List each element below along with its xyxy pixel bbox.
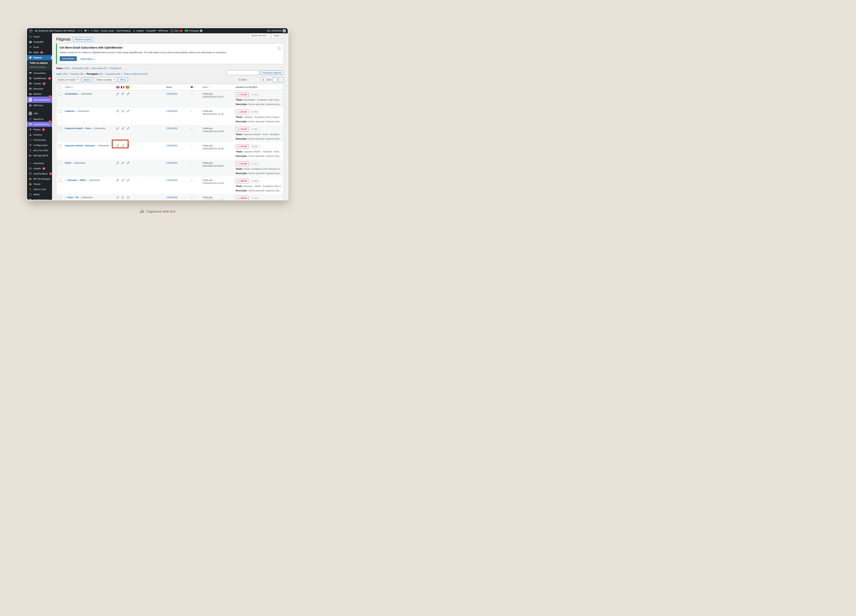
- page-title-link[interactable]: — Paris · FR: [65, 196, 79, 198]
- adminbar-seo[interactable]: ⚙ SEO !: [170, 29, 182, 32]
- translation-edit-icon[interactable]: [116, 161, 119, 164]
- translation-edit-icon[interactable]: [126, 127, 129, 130]
- adminbar-language[interactable]: Português ?: [185, 29, 202, 32]
- translation-edit-icon[interactable]: [116, 92, 119, 95]
- page-title-link[interactable]: Capoeira Infantil – Paris: [65, 127, 91, 129]
- dates-select[interactable]: Todas as datas: [94, 77, 116, 82]
- aioseo-na-badge[interactable]: ⚙N/A: [250, 92, 260, 97]
- translation-sync-icon[interactable]: [126, 144, 129, 147]
- page-title-link[interactable]: CECA: [65, 161, 71, 164]
- aioseo-na-badge[interactable]: ⚙N/A: [250, 161, 260, 166]
- author-link[interactable]: CEDANZE: [166, 92, 177, 95]
- filter-rascunhos[interactable]: Rascunhos (2): [92, 67, 107, 69]
- sidebar-item-comentarios[interactable]: Comentários: [27, 71, 52, 76]
- translation-sync-icon[interactable]: [122, 144, 125, 147]
- apply-button[interactable]: Aplicar: [82, 77, 93, 82]
- aioseo-score-badge[interactable]: 31/100: [236, 127, 249, 132]
- comments-column-header[interactable]: ▲▼: [189, 86, 201, 89]
- adminbar-oceanwp[interactable]: OceanWP: [146, 29, 156, 32]
- sidebar-item-aparencia[interactable]: Aparência: [27, 117, 52, 122]
- author-link[interactable]: CEDANZE: [166, 127, 177, 129]
- last-page-button[interactable]: »: [279, 77, 284, 82]
- row-checkbox[interactable]: [58, 161, 61, 164]
- aioseo-na-badge[interactable]: ⚙N/A: [250, 144, 260, 149]
- filter-portugues[interactable]: Português (31): [86, 73, 103, 75]
- sidebar-collapse-menu[interactable]: Recolher menu: [27, 197, 52, 200]
- current-page-input[interactable]: 1: [261, 77, 266, 82]
- adminbar-new[interactable]: + Novo: [91, 29, 99, 32]
- translation-edit-icon[interactable]: [122, 161, 125, 164]
- aioseo-score-badge[interactable]: 31/100: [236, 144, 249, 149]
- aioseo-na-badge[interactable]: ⚙N/A: [250, 110, 260, 114]
- adminbar-updates[interactable]: 1: [77, 29, 82, 32]
- sort-by-title[interactable]: Título: [65, 86, 71, 88]
- filter-todos[interactable]: Todos (134): [56, 67, 69, 69]
- filter-button[interactable]: Filtrar: [118, 77, 128, 82]
- dismiss-banner-icon[interactable]: ✕: [278, 46, 281, 50]
- sidebar-item-wp-mail-smtp[interactable]: WP Mail SMTP: [27, 153, 52, 158]
- translation-edit-icon[interactable]: [126, 179, 129, 182]
- bulk-actions-select[interactable]: Ações em massa: [56, 77, 80, 82]
- sort-by-date[interactable]: Data: [203, 86, 207, 88]
- translation-edit-icon[interactable]: [122, 127, 125, 130]
- sidebar-item-userfeedback[interactable]: UserFeedback 2: [27, 171, 52, 176]
- sidebar-item-optinmonster[interactable]: OptinMonster 2: [27, 76, 52, 81]
- sidebar-item-essential-blocks[interactable]: EB Essential Blocks 1: [27, 122, 52, 127]
- filter-espanhol[interactable]: Espanhol (34): [106, 73, 120, 75]
- select-all-checkbox[interactable]: [58, 86, 61, 89]
- author-link[interactable]: CEDANZE: [166, 110, 177, 112]
- author-link[interactable]: CEDANZE: [166, 161, 177, 164]
- page-title-link[interactable]: Cadastro: [65, 110, 75, 112]
- sidebar-item-essential-addons[interactable]: EA Essential Addons 1: [27, 97, 52, 103]
- help-button[interactable]: Ajuda ▼: [272, 33, 284, 38]
- search-input[interactable]: [226, 70, 259, 75]
- translation-edit-icon[interactable]: [116, 179, 119, 182]
- translation-sync-icon[interactable]: [116, 144, 119, 147]
- sidebar-item-posts[interactable]: Posts: [27, 45, 52, 50]
- author-link[interactable]: CEDANZE: [166, 196, 177, 198]
- filter-ingles[interactable]: Inglês (34): [56, 73, 67, 75]
- sidebar-item-wp-file-manager[interactable]: WP File Manager: [27, 176, 52, 181]
- author-link[interactable]: CEDANZE: [166, 179, 177, 181]
- aioseo-score-badge[interactable]: 23/100: [236, 161, 249, 166]
- sidebar-item-toolset[interactable]: Toolset: [27, 181, 52, 187]
- sidebar-item-insights[interactable]: Insights 5: [27, 166, 52, 171]
- sidebar-item-modelos[interactable]: Modelos: [27, 91, 52, 97]
- sidebar-item-plugins[interactable]: Plugins 1: [27, 127, 52, 132]
- sidebar-item-usuarios[interactable]: Usuários: [27, 132, 52, 137]
- translation-edit-icon[interactable]: [126, 92, 129, 95]
- translation-edit-icon[interactable]: [126, 110, 129, 113]
- translation-edit-icon[interactable]: [122, 110, 125, 113]
- sidebar-item-painel[interactable]: Painel: [27, 34, 52, 39]
- filter-publicado[interactable]: Publicado (128): [72, 67, 88, 69]
- aioseo-score-badge[interactable]: 28/100: [236, 196, 249, 200]
- search-pages-button[interactable]: Pesquisar páginas: [260, 71, 284, 75]
- sidebar-item-gutenberg[interactable]: ✎ Gutenberg: [27, 161, 52, 166]
- aioseo-na-badge[interactable]: ⚙N/A: [250, 196, 260, 200]
- sidebar-item-oceanwp[interactable]: OceanWP: [27, 39, 52, 45]
- aioseo-score-badge[interactable]: 23/100: [236, 92, 249, 97]
- adminbar-comments[interactable]: 0: [84, 29, 89, 32]
- translation-sync-icon[interactable]: [122, 196, 125, 199]
- aioseo-na-badge[interactable]: ⚙N/A: [250, 179, 260, 183]
- learn-more-link[interactable]: Learn More →: [80, 57, 95, 60]
- submenu-add-page[interactable]: Adicionar página: [27, 65, 52, 69]
- sidebar-item-elementor[interactable]: Elementor: [27, 86, 52, 91]
- sidebar-item-aioseo[interactable]: ⚙ All in One SEO: [27, 148, 52, 153]
- wordpress-logo-icon[interactable]: W: [29, 29, 32, 32]
- sidebar-item-click-to-chat[interactable]: ✆ Click to Chat: [27, 187, 52, 192]
- translation-edit-icon[interactable]: [126, 161, 129, 164]
- sidebar-item-wpforms[interactable]: WPForms: [27, 103, 52, 108]
- row-checkbox[interactable]: [58, 196, 61, 199]
- row-checkbox[interactable]: [58, 127, 61, 130]
- translation-sync-icon[interactable]: [116, 196, 119, 199]
- get-started-button[interactable]: Get Started: [60, 56, 77, 61]
- next-page-button[interactable]: ›: [273, 77, 278, 82]
- filter-frances[interactable]: Francês (34): [70, 73, 83, 75]
- adminbar-account[interactable]: Olá, CEDANZE: [266, 29, 286, 32]
- adminbar-insights[interactable]: Insights: [133, 29, 144, 32]
- row-checkbox[interactable]: [58, 92, 61, 95]
- adminbar-site-name[interactable]: Academia João Pequeno de Pastinha: [35, 29, 75, 32]
- screen-options-button[interactable]: Opções de tela ▼: [249, 33, 270, 38]
- page-title-link[interactable]: Capoeira Infantil – Salvador: [65, 144, 95, 147]
